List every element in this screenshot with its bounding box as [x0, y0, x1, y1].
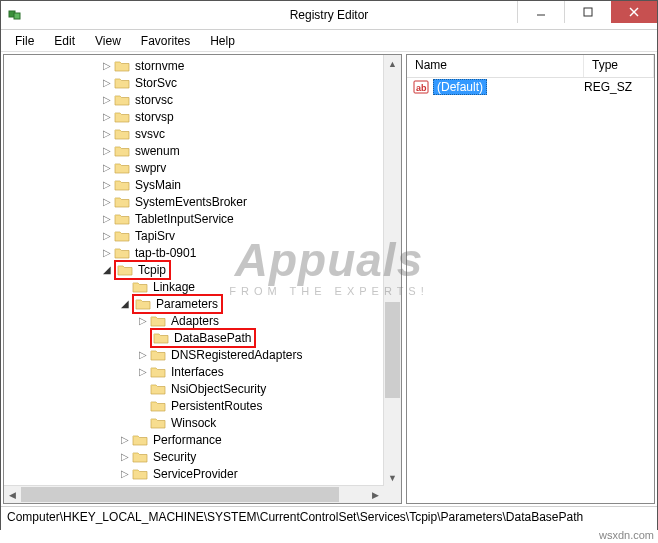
- statusbar-path: Computer\HKEY_LOCAL_MACHINE\SYSTEM\Curre…: [7, 510, 583, 524]
- expand-icon[interactable]: ▷: [100, 160, 114, 176]
- tree-node-label[interactable]: SysMain: [133, 177, 183, 193]
- expand-icon[interactable]: ▷: [118, 432, 132, 448]
- menu-favorites[interactable]: Favorites: [131, 32, 200, 50]
- expand-icon[interactable]: ▷: [100, 75, 114, 91]
- menu-help[interactable]: Help: [200, 32, 245, 50]
- value-name[interactable]: (Default): [433, 79, 487, 95]
- scroll-right-icon[interactable]: ▶: [367, 486, 384, 503]
- tree-node[interactable]: ▷swprv: [4, 159, 401, 176]
- tree-scrollbar-horizontal[interactable]: ◀ ▶: [4, 485, 384, 503]
- tree-node[interactable]: PersistentRoutes: [4, 397, 401, 414]
- tree-node-label[interactable]: swenum: [133, 143, 182, 159]
- expand-icon[interactable]: ▷: [100, 109, 114, 125]
- tree-node-label[interactable]: PersistentRoutes: [169, 398, 264, 414]
- tree-node[interactable]: NsiObjectSecurity: [4, 380, 401, 397]
- tree-node-label[interactable]: tap-tb-0901: [133, 245, 198, 261]
- tree-node[interactable]: Linkage: [4, 278, 401, 295]
- tree-node-label[interactable]: storvsc: [133, 92, 175, 108]
- tree-node-label[interactable]: StorSvc: [133, 75, 179, 91]
- folder-icon: [150, 382, 166, 396]
- tree-node-label[interactable]: Winsock: [169, 415, 218, 431]
- expand-icon[interactable]: ▷: [118, 466, 132, 482]
- expand-icon[interactable]: ▷: [100, 92, 114, 108]
- tree-node-label[interactable]: DataBasePath: [172, 330, 253, 346]
- tree-node[interactable]: ▷storvsp: [4, 108, 401, 125]
- tree-node[interactable]: ▷DNSRegisteredAdapters: [4, 346, 401, 363]
- menu-view[interactable]: View: [85, 32, 131, 50]
- folder-icon: [132, 467, 148, 481]
- tree-node[interactable]: ▷ServiceProvider: [4, 465, 401, 482]
- svg-rect-3: [584, 8, 592, 16]
- tree-node-label[interactable]: Adapters: [169, 313, 221, 329]
- values-pane: Name Type ab (Default) REG_SZ: [406, 54, 655, 504]
- expand-icon[interactable]: ▷: [100, 245, 114, 261]
- expand-icon[interactable]: ▷: [136, 313, 150, 329]
- tree-node[interactable]: ▷TabletInputService: [4, 210, 401, 227]
- expand-icon[interactable]: ▷: [118, 449, 132, 465]
- image-credit: wsxdn.com: [599, 529, 654, 541]
- tree-node[interactable]: ◢Tcpip: [4, 261, 401, 278]
- scroll-thumb-h[interactable]: [21, 487, 339, 502]
- tree-node[interactable]: ▷Security: [4, 448, 401, 465]
- close-button[interactable]: [611, 1, 657, 23]
- tree-node-label[interactable]: TapiSrv: [133, 228, 177, 244]
- tree-node[interactable]: ▷SysMain: [4, 176, 401, 193]
- registry-tree[interactable]: ▷stornvme▷StorSvc▷storvsc▷storvsp▷svsvc▷…: [4, 55, 401, 482]
- scroll-thumb-v[interactable]: [385, 302, 400, 397]
- highlight-box: DataBasePath: [150, 328, 256, 348]
- tree-node[interactable]: ▷SystemEventsBroker: [4, 193, 401, 210]
- tree-node-label[interactable]: NsiObjectSecurity: [169, 381, 268, 397]
- tree-node[interactable]: ▷svsvc: [4, 125, 401, 142]
- tree-node-label[interactable]: TabletInputService: [133, 211, 236, 227]
- tree-node[interactable]: ▷stornvme: [4, 57, 401, 74]
- tree-node-label[interactable]: swprv: [133, 160, 168, 176]
- tree-node[interactable]: ▷Interfaces: [4, 363, 401, 380]
- column-header-type[interactable]: Type: [584, 55, 654, 77]
- tree-node[interactable]: DataBasePath: [4, 329, 401, 346]
- scroll-up-icon[interactable]: ▲: [384, 55, 401, 72]
- tree-node-label[interactable]: Linkage: [151, 279, 197, 295]
- column-header-name[interactable]: Name: [407, 55, 584, 77]
- tree-node-label[interactable]: Parameters: [154, 296, 220, 312]
- expand-icon[interactable]: ▷: [100, 228, 114, 244]
- expand-icon[interactable]: ▷: [100, 58, 114, 74]
- tree-node[interactable]: ▷Adapters: [4, 312, 401, 329]
- value-row[interactable]: ab (Default) REG_SZ: [407, 78, 654, 96]
- tree-node-label[interactable]: Interfaces: [169, 364, 226, 380]
- tree-node-label[interactable]: svsvc: [133, 126, 167, 142]
- expand-icon[interactable]: ▷: [136, 347, 150, 363]
- expand-icon[interactable]: ▷: [100, 143, 114, 159]
- app-icon: [7, 7, 23, 23]
- tree-node[interactable]: ▷StorSvc: [4, 74, 401, 91]
- folder-icon: [132, 280, 148, 294]
- tree-node-label[interactable]: Performance: [151, 432, 224, 448]
- tree-node[interactable]: ▷swenum: [4, 142, 401, 159]
- tree-node-label[interactable]: Tcpip: [136, 262, 168, 278]
- tree-node[interactable]: Winsock: [4, 414, 401, 431]
- expand-icon[interactable]: ▷: [100, 194, 114, 210]
- tree-node[interactable]: ▷storvsc: [4, 91, 401, 108]
- expand-icon[interactable]: ▷: [100, 177, 114, 193]
- expand-icon[interactable]: ▷: [136, 364, 150, 380]
- tree-node[interactable]: ▷Performance: [4, 431, 401, 448]
- scroll-down-icon[interactable]: ▼: [384, 469, 401, 486]
- tree-scrollbar-vertical[interactable]: ▲ ▼: [383, 55, 401, 486]
- tree-node-label[interactable]: Security: [151, 449, 198, 465]
- collapse-icon[interactable]: ◢: [118, 296, 132, 312]
- minimize-button[interactable]: [517, 1, 564, 23]
- tree-node-label[interactable]: SystemEventsBroker: [133, 194, 249, 210]
- tree-node-label[interactable]: storvsp: [133, 109, 176, 125]
- menu-file[interactable]: File: [5, 32, 44, 50]
- tree-node[interactable]: ▷TapiSrv: [4, 227, 401, 244]
- collapse-icon[interactable]: ◢: [100, 262, 114, 278]
- menu-edit[interactable]: Edit: [44, 32, 85, 50]
- tree-node[interactable]: ▷tap-tb-0901: [4, 244, 401, 261]
- tree-node[interactable]: ◢Parameters: [4, 295, 401, 312]
- maximize-button[interactable]: [564, 1, 611, 23]
- scroll-left-icon[interactable]: ◀: [4, 486, 21, 503]
- tree-node-label[interactable]: ServiceProvider: [151, 466, 240, 482]
- tree-node-label[interactable]: stornvme: [133, 58, 186, 74]
- tree-node-label[interactable]: DNSRegisteredAdapters: [169, 347, 304, 363]
- expand-icon[interactable]: ▷: [100, 211, 114, 227]
- expand-icon[interactable]: ▷: [100, 126, 114, 142]
